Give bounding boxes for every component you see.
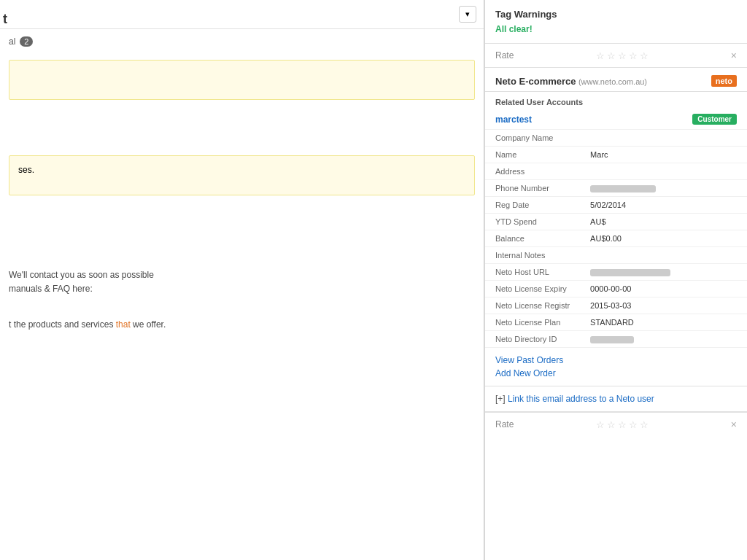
rate-label-top: Rate: [495, 50, 514, 61]
tag-warnings-section: Tag Warnings All clear!: [485, 0, 747, 44]
user-row: marctest Customer: [485, 109, 747, 130]
info-label-11: Neto License Plan: [485, 314, 580, 331]
info-row-10: Neto License Registr2015-03-03: [485, 298, 747, 314]
info-label-12: Neto Directory ID: [485, 331, 580, 348]
info-row-3: Phone Number: [485, 180, 747, 197]
star-4[interactable]: ☆: [629, 50, 638, 61]
info-label-4: Reg Date: [485, 197, 580, 214]
info-value-12: [580, 331, 747, 348]
tag-warnings-title: Tag Warnings: [495, 9, 737, 20]
info-label-9: Neto License Expiry: [485, 281, 580, 298]
customer-badge: Customer: [692, 114, 737, 125]
link-email-bracket: [+]: [495, 394, 506, 404]
info-row-12: Neto Directory ID: [485, 331, 747, 348]
info-row-6: BalanceAU$0.00: [485, 230, 747, 247]
info-value-1: Marc: [580, 147, 747, 163]
related-accounts-label: Related User Accounts: [485, 92, 747, 109]
products-link[interactable]: that: [116, 319, 131, 330]
info-value-10: 2015-03-03: [580, 298, 747, 314]
yellow-box-2-text: ses.: [18, 165, 34, 175]
info-row-5: YTD SpendAU$: [485, 214, 747, 230]
info-row-4: Reg Date5/02/2014: [485, 197, 747, 214]
link-email-row: [+] Link this email address to a Neto us…: [485, 386, 747, 412]
info-value-7: [580, 247, 747, 264]
neto-logo: neto: [711, 75, 737, 87]
info-row-2: Address: [485, 163, 747, 180]
info-row-8: Neto Host URL: [485, 264, 747, 281]
dropdown-button[interactable]: ▾: [459, 6, 476, 23]
yellow-box-2: ses.: [9, 155, 475, 195]
tag-warnings-status: All clear!: [495, 24, 737, 34]
info-row-1: NameMarc: [485, 147, 747, 163]
info-label-3: Phone Number: [485, 180, 580, 197]
info-row-9: Neto License Expiry0000-00-00: [485, 281, 747, 298]
badge-label: al: [9, 36, 15, 47]
info-row-11: Neto License PlanSTANDARD: [485, 314, 747, 331]
info-value-9: 0000-00-00: [580, 281, 747, 298]
info-label-8: Neto Host URL: [485, 264, 580, 281]
info-row-7: Internal Notes: [485, 247, 747, 264]
neto-title: Neto E-commerce: [495, 76, 576, 87]
manuals-text: manuals & FAQ here:: [9, 282, 475, 296]
rate-close-top[interactable]: ×: [731, 50, 737, 61]
star-b-1[interactable]: ☆: [596, 419, 605, 430]
link-email-text[interactable]: [+] Link this email address to a Neto us…: [495, 394, 654, 404]
rate-label-bottom: Rate: [495, 419, 514, 429]
rate-close-bottom[interactable]: ×: [731, 419, 737, 430]
info-value-2: [580, 163, 747, 180]
info-value-11: STANDARD: [580, 314, 747, 331]
count-badge: 2: [20, 36, 33, 47]
left-panel: t ▾ al 2 ses. We'll contact you as soon …: [0, 0, 484, 560]
star-2[interactable]: ☆: [607, 50, 616, 61]
stars-top[interactable]: ☆ ☆ ☆ ☆ ☆: [596, 50, 649, 61]
star-1[interactable]: ☆: [596, 50, 605, 61]
info-label-1: Name: [485, 147, 580, 163]
info-label-7: Internal Notes: [485, 247, 580, 264]
info-value-0: [580, 130, 747, 147]
info-label-2: Address: [485, 163, 580, 180]
star-b-3[interactable]: ☆: [618, 419, 627, 430]
star-b-4[interactable]: ☆: [629, 419, 638, 430]
neto-header: Neto E-commerce (www.neto.com.au) neto: [485, 68, 747, 92]
right-panel: Tag Warnings All clear! Rate ☆ ☆ ☆ ☆ ☆ ×…: [484, 0, 747, 560]
neto-section: Neto E-commerce (www.neto.com.au) neto R…: [485, 68, 747, 413]
rate-row-bottom: Rate ☆ ☆ ☆ ☆ ☆ ×: [485, 413, 747, 436]
view-past-orders-link[interactable]: View Past Orders: [495, 354, 737, 367]
neto-subtitle: (www.neto.com.au): [578, 77, 647, 86]
star-b-2[interactable]: ☆: [607, 419, 616, 430]
rate-row-top: Rate ☆ ☆ ☆ ☆ ☆ ×: [485, 44, 747, 68]
link-email-label[interactable]: Link this email address to a Neto user: [506, 394, 654, 404]
info-label-0: Company Name: [485, 130, 580, 147]
star-b-5[interactable]: ☆: [640, 419, 649, 430]
products-text: t the products and services that we offe…: [9, 318, 475, 332]
info-value-5: AU$: [580, 214, 747, 230]
page-title-partial: t: [0, 12, 7, 27]
info-value-8: [580, 264, 747, 281]
add-new-order-link[interactable]: Add New Order: [495, 367, 737, 380]
badge-row: al 2: [0, 29, 484, 54]
star-3[interactable]: ☆: [618, 50, 627, 61]
yellow-box-1: [9, 60, 475, 100]
info-value-4: 5/02/2014: [580, 197, 747, 214]
info-label-6: Balance: [485, 230, 580, 247]
order-links: View Past Orders Add New Order: [485, 348, 747, 386]
star-5[interactable]: ☆: [640, 50, 649, 61]
stars-bottom[interactable]: ☆ ☆ ☆ ☆ ☆: [596, 419, 649, 430]
info-row-0: Company Name: [485, 130, 747, 147]
contact-text: We'll contact you as soon as possible: [9, 268, 475, 282]
info-value-3: [580, 180, 747, 197]
info-value-6: AU$0.00: [580, 230, 747, 247]
left-top-bar: t ▾: [0, 0, 484, 29]
info-label-5: YTD Spend: [485, 214, 580, 230]
bottom-text: We'll contact you as soon as possible ma…: [0, 201, 484, 341]
username-link[interactable]: marctest: [495, 114, 532, 125]
info-label-10: Neto License Registr: [485, 298, 580, 314]
info-table: Company NameNameMarcAddressPhone NumberR…: [485, 130, 747, 348]
neto-title-group: Neto E-commerce (www.neto.com.au): [495, 76, 647, 87]
